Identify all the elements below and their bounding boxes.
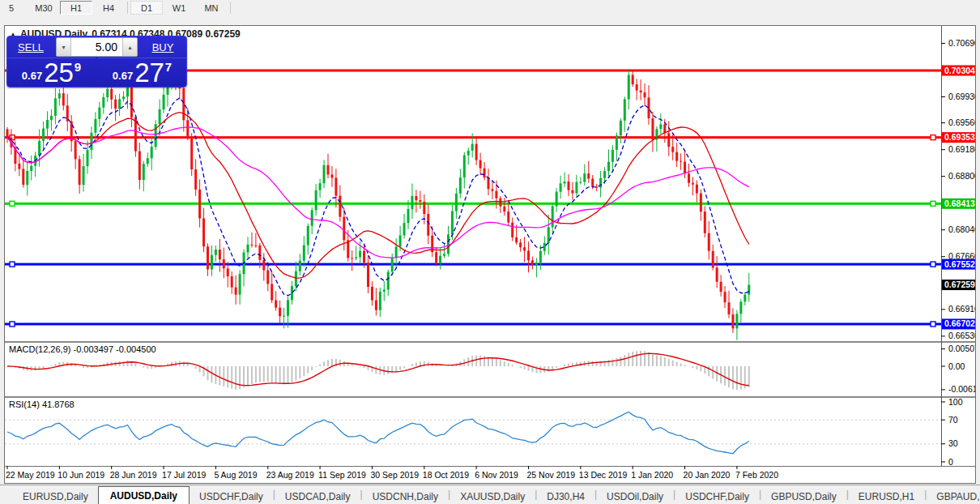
candle-body	[83, 166, 85, 185]
pane-separator[interactable]	[5, 396, 975, 398]
candle-body	[607, 162, 610, 171]
chart-tab-gbpaud-h1[interactable]: GBPAUD,H1	[927, 488, 980, 504]
line-marker[interactable]	[931, 201, 935, 206]
candle-body	[371, 287, 373, 301]
candle-body	[624, 99, 626, 120]
volume-stepper: ▾ 5.00 ▴	[56, 37, 138, 57]
candle-body	[603, 171, 606, 178]
candle-body	[423, 202, 425, 214]
horizontal-line-0.68413[interactable]	[5, 203, 941, 205]
candle-body	[339, 196, 341, 217]
candle-body	[739, 301, 742, 314]
candle-body	[459, 177, 462, 194]
candle-body	[75, 141, 77, 159]
chart-tab-xauusd-daily[interactable]: XAUUSD,Daily	[450, 488, 535, 504]
horizontal-line-0.69353[interactable]	[5, 136, 941, 139]
sell-button[interactable]: SELL	[7, 41, 54, 53]
candle-body	[744, 295, 746, 302]
candle-body	[488, 177, 490, 189]
period-button-m30[interactable]: M30	[28, 1, 60, 15]
candle-body	[258, 246, 261, 260]
chevron-down-icon: ▾	[62, 44, 65, 51]
macd-axis-label: 0.005076	[948, 344, 975, 353]
price-axis-label: 0.66910	[948, 304, 975, 314]
candle-body	[427, 214, 429, 236]
period-button-w1[interactable]: W1	[163, 1, 195, 15]
candle-body	[227, 268, 229, 276]
candle-body	[675, 152, 678, 161]
line-marker[interactable]	[931, 322, 935, 327]
chart-tab-eurusd-h1[interactable]: EURUSD,H1	[849, 488, 924, 504]
candle-body	[327, 165, 330, 175]
buy-price-point: 7	[165, 60, 172, 74]
chart-tab-eurusd-daily[interactable]: EURUSD,Daily	[13, 488, 98, 504]
trade-panel-top-row: SELL ▾ 5.00 ▴ BUY	[7, 36, 186, 58]
sell-price-pips: 25	[44, 61, 74, 85]
candle-body	[110, 89, 113, 100]
candle-body	[143, 164, 145, 180]
sell-price-button[interactable]: 0.67 25 9	[7, 58, 96, 87]
candle-body	[359, 251, 361, 258]
chart-tab-audusd-daily[interactable]: AUDUSD,Daily	[98, 486, 190, 504]
pane-separator[interactable]	[5, 341, 975, 343]
candle-body	[688, 173, 690, 183]
chart-tab-usdcnh-daily[interactable]: USDCNH,Daily	[363, 488, 448, 504]
line-marker[interactable]	[10, 322, 15, 327]
candle-body	[198, 190, 201, 219]
candle-body	[87, 150, 89, 166]
candle-body	[680, 161, 682, 162]
volume-increase-button[interactable]: ▴	[122, 38, 137, 56]
period-toolbar: 5M30H1H4D1W1MN	[0, 0, 980, 24]
candle-body	[716, 267, 718, 281]
buy-button[interactable]: BUY	[139, 41, 186, 53]
period-buttons-row: 5M30H1H4D1W1MN	[0, 1, 233, 15]
line-marker[interactable]	[931, 262, 935, 267]
chart-tab-gbpusd-daily[interactable]: GBPUSD,Daily	[761, 488, 846, 504]
period-button-d1[interactable]: D1	[130, 1, 163, 15]
candle-body	[571, 190, 573, 194]
candle-body	[190, 137, 193, 169]
candle-body	[343, 217, 345, 241]
candle-body	[151, 147, 153, 158]
time-axis-label: 5 Aug 2019	[214, 470, 257, 480]
candle-body	[194, 169, 197, 190]
candle-body	[271, 284, 273, 300]
horizontal-line-0.66702[interactable]	[5, 322, 941, 325]
time-axis-label: 28 Jun 2019	[110, 470, 157, 480]
line-marker[interactable]	[10, 201, 15, 206]
price-chart-canvas[interactable]: MACD(12,26,9) -0.003497 -0.004500RSI(14)…	[5, 26, 975, 483]
chart-tab-usdoil-daily[interactable]: USDOil,Daily	[597, 488, 673, 504]
candle-body	[30, 166, 32, 171]
chart-tab-usdchf-daily[interactable]: USDCHF,Daily	[190, 488, 273, 504]
candle-body	[720, 282, 722, 292]
period-button-h1[interactable]: H1	[60, 1, 92, 15]
candle-body	[38, 141, 40, 156]
volume-decrease-button[interactable]: ▾	[57, 38, 71, 56]
candle-body	[262, 260, 265, 271]
candle-body	[26, 171, 28, 185]
candle-body	[387, 271, 390, 289]
chart-tab-usdchf-daily[interactable]: USDCHF,Daily	[675, 488, 759, 504]
candle-body	[215, 250, 217, 255]
candle-body	[223, 259, 225, 268]
candle-body	[515, 237, 518, 242]
period-button-5[interactable]: 5	[0, 1, 28, 15]
line-marker[interactable]	[10, 262, 15, 267]
line-marker[interactable]	[931, 135, 935, 140]
buy-price-button[interactable]: 0.67 27 7	[98, 58, 186, 87]
candle-body	[523, 247, 526, 250]
period-button-h4[interactable]: H4	[92, 1, 125, 15]
horizontal-line-0.67552[interactable]	[5, 263, 941, 266]
candle-body	[90, 133, 92, 150]
chart-tab-dj30-h4[interactable]: DJ30,H4	[537, 488, 594, 504]
time-axis-label: 10 Jun 2019	[58, 470, 104, 480]
candle-body	[599, 178, 602, 188]
buy-price-prefix: 0.67	[113, 70, 133, 82]
period-button-mn[interactable]: MN	[195, 1, 228, 15]
candle-body	[70, 122, 73, 141]
candle-body	[692, 183, 694, 185]
candle-body	[22, 169, 24, 185]
volume-input[interactable]: 5.00	[71, 41, 122, 53]
candle-body	[552, 207, 554, 228]
chart-tab-usdcad-daily[interactable]: USDCAD,Daily	[275, 488, 360, 504]
